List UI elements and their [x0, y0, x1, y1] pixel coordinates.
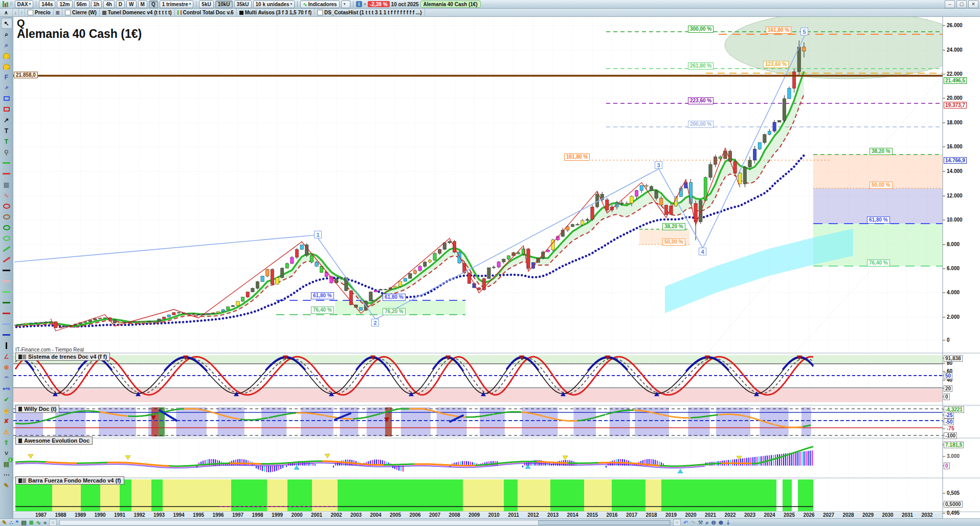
candle[interactable]	[379, 289, 382, 290]
candle[interactable]	[94, 319, 97, 320]
candle[interactable]	[739, 173, 742, 184]
candle[interactable]	[374, 290, 377, 292]
trendline-green-tool[interactable]	[1, 244, 12, 254]
rectangle-blue-tool[interactable]	[1, 93, 12, 104]
arrow-tool[interactable]: ↗	[1, 115, 12, 125]
undo-icon[interactable]: ↶	[683, 519, 688, 526]
candle[interactable]	[207, 314, 210, 315]
zoom-in-icon[interactable]: ⊕	[719, 519, 723, 526]
timeframe-button-144s[interactable]: 144s	[39, 1, 55, 8]
candle[interactable]	[404, 278, 407, 281]
candle[interactable]	[15, 325, 18, 325]
candle[interactable]	[763, 135, 766, 143]
candle[interactable]	[788, 89, 791, 99]
ellipse-lightgreen-tool[interactable]	[1, 233, 12, 244]
alarm-tool[interactable]	[1, 61, 12, 72]
candle[interactable]	[640, 186, 643, 191]
candle[interactable]	[586, 220, 589, 221]
fibonacci-retracement-tool[interactable]: -F	[1, 82, 12, 93]
timeframe-button-4h[interactable]: 4h	[103, 1, 115, 8]
fibonacci-projection-tool[interactable]: F	[1, 72, 12, 82]
indicators-dropdown[interactable]: ▾	[341, 1, 350, 8]
units-button-10ku[interactable]: 10kU	[215, 1, 233, 8]
candle[interactable]	[803, 47, 806, 51]
candle[interactable]	[231, 305, 234, 306]
candle[interactable]	[517, 253, 520, 254]
candle[interactable]	[625, 203, 628, 204]
checkbox-icon[interactable]	[65, 10, 71, 15]
scroll-right-button[interactable]: ›	[673, 519, 681, 526]
candle[interactable]	[620, 203, 623, 204]
legend-item-multi[interactable]: Multi Avisos (3 f 3 1,5 70 f f)	[237, 9, 315, 17]
candle[interactable]	[152, 321, 155, 322]
scroll-latest-icon[interactable]: ⇣	[726, 519, 730, 526]
more-tools-button[interactable]: ⋯	[1, 469, 12, 480]
candle[interactable]	[39, 322, 42, 323]
legend-item-precio[interactable]: Precio	[25, 9, 54, 17]
candle[interactable]	[98, 318, 101, 318]
candle[interactable]	[724, 151, 727, 159]
candle[interactable]	[64, 326, 67, 327]
candle[interactable]	[606, 200, 609, 210]
chart-window-icon[interactable]: ∿	[36, 519, 41, 526]
hline-darkgreen-tool[interactable]	[1, 297, 12, 308]
candle[interactable]	[300, 245, 303, 249]
candle[interactable]	[591, 207, 594, 219]
units-button-5ku[interactable]: 5kU	[199, 1, 213, 8]
ellipse-green-tool[interactable]	[1, 222, 12, 233]
candle[interactable]	[655, 191, 658, 199]
candle[interactable]	[418, 267, 421, 271]
candle[interactable]	[44, 322, 47, 322]
numbers-tool[interactable]: ¹²³	[1, 372, 12, 383]
candle[interactable]	[581, 221, 584, 225]
hline-green-tool[interactable]	[1, 158, 12, 168]
candle[interactable]	[19, 324, 23, 325]
candle[interactable]	[236, 301, 239, 305]
candle[interactable]	[398, 281, 402, 287]
candle[interactable]	[384, 289, 387, 290]
symbol-selector[interactable]: DAX▾	[15, 1, 34, 8]
candle[interactable]	[295, 249, 298, 257]
pin-tool[interactable]: ⚲	[1, 147, 12, 158]
candle[interactable]	[768, 131, 771, 134]
candle[interactable]	[340, 277, 343, 278]
candle[interactable]	[285, 264, 288, 268]
candle[interactable]	[133, 321, 136, 322]
settings-wrench-icon[interactable]: ⚒	[698, 519, 703, 526]
scroll-left-button[interactable]: ‹	[49, 519, 57, 526]
candle[interactable]	[502, 259, 505, 261]
window-close-button[interactable]: ✕	[968, 1, 978, 8]
info-icon[interactable]: i	[356, 1, 362, 7]
ellipse-brown-tool[interactable]	[1, 211, 12, 222]
callout-tool[interactable]: T	[1, 136, 12, 147]
zoom-tool[interactable]: ⌕	[1, 29, 12, 39]
candle[interactable]	[497, 262, 500, 267]
notes-tool[interactable]: ▤1	[1, 458, 12, 469]
hline-black-tool[interactable]	[1, 265, 12, 276]
candle[interactable]	[743, 167, 746, 184]
window-minimize-button[interactable]: –	[945, 1, 955, 8]
timeframe-button-1h[interactable]: 1h	[91, 1, 102, 8]
candle[interactable]	[197, 315, 200, 315]
candle[interactable]	[783, 99, 786, 120]
candle[interactable]	[315, 262, 318, 266]
period-selector[interactable]: 1 trimestre▾	[160, 1, 194, 8]
candle[interactable]	[123, 322, 126, 322]
share-icon[interactable]: ∴	[9, 519, 13, 526]
timeframe-button-w[interactable]: W	[126, 1, 136, 8]
candle[interactable]	[192, 314, 195, 314]
trendline-red-tool[interactable]	[1, 254, 12, 265]
candle[interactable]	[266, 269, 269, 276]
alarm-create-tool[interactable]	[1, 50, 12, 61]
candle[interactable]	[448, 242, 451, 243]
window-maximize-button[interactable]: ▢	[956, 1, 967, 8]
legend-item-cierre[interactable]: Cierre (W)	[62, 9, 100, 17]
elliott-wave-marker[interactable]: 5	[800, 28, 808, 35]
candle[interactable]	[143, 321, 146, 322]
hline-lightblue-tool[interactable]	[1, 319, 12, 330]
zoom-area-tool[interactable]: ⌕	[1, 39, 12, 50]
ellipse-red-tool[interactable]	[1, 201, 12, 211]
draw-tool[interactable]: ✎	[1, 480, 12, 491]
thumb-up-tool[interactable]: ☝	[1, 405, 12, 415]
candle[interactable]	[635, 190, 638, 196]
